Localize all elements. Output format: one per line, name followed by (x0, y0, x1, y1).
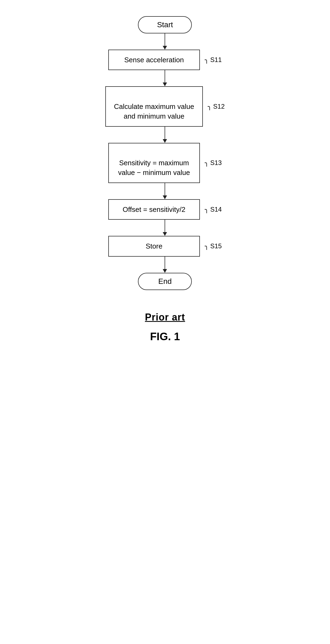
step-s11-text: Sense acceleration (124, 56, 184, 64)
end-shape: End (138, 273, 192, 290)
step-s14-shape: Offset = sensitivity/2 (108, 199, 200, 220)
s13-label-text: S13 (210, 159, 222, 166)
arrow-head-3 (163, 195, 167, 199)
start-label: Start (157, 20, 173, 29)
step-s11-label: ╮ S11 (205, 56, 222, 64)
tick-1: ╮ (208, 103, 211, 110)
arrow-5 (163, 257, 167, 273)
prior-art-section: Prior art FIG. 1 (145, 312, 185, 343)
s12-label-text: S12 (213, 103, 225, 110)
step-s12-text: Calculate maximum value and minimum valu… (114, 102, 194, 120)
step-s13-text: Sensitivity = maximum value − minimum va… (118, 159, 190, 177)
end-row: End (138, 273, 192, 290)
end-label: End (158, 277, 172, 285)
arrow-line-5 (165, 257, 165, 269)
arrow-head-5 (163, 269, 167, 273)
arrow-head-2 (163, 139, 167, 143)
arrow-line (165, 33, 165, 46)
step-s13-row: Sensitivity = maximum value − minimum va… (108, 143, 222, 183)
step-s12-row: Calculate maximum value and minimum valu… (105, 86, 225, 126)
step-s12-shape: Calculate maximum value and minimum valu… (105, 86, 203, 126)
arrow-0 (163, 33, 167, 50)
s11-label-text: S11 (210, 56, 222, 63)
step-s15-text: Store (146, 242, 162, 250)
arrow-2 (163, 127, 167, 143)
step-s15-label: ╮ S15 (205, 242, 222, 250)
tick-2: ╮ (205, 159, 209, 166)
arrow-head-4 (163, 232, 167, 236)
s15-label-text: S15 (210, 242, 222, 250)
step-s13-label: ╮ S13 (205, 159, 222, 167)
start-shape: Start (138, 16, 192, 33)
arrow-line-3 (165, 183, 165, 195)
arrow-line-1 (165, 70, 165, 82)
page: Start Sense acceleration ╮ S11 Cal (0, 0, 330, 644)
start-row: Start (138, 16, 192, 33)
arrow-head-1 (163, 82, 167, 86)
arrow-4 (163, 220, 167, 236)
step-s14-label: ╮ S14 (205, 206, 222, 213)
s14-label-text: S14 (210, 206, 222, 213)
step-s11-shape: Sense acceleration (108, 50, 200, 70)
step-s12-label: ╮ S12 (208, 103, 225, 110)
tick-4: ╮ (205, 242, 209, 250)
step-s15-shape: Store (108, 236, 200, 256)
step-s13-shape: Sensitivity = maximum value − minimum va… (108, 143, 200, 183)
arrow-1 (163, 70, 167, 86)
step-s14-row: Offset = sensitivity/2 ╮ S14 (108, 199, 222, 220)
step-s14-text: Offset = sensitivity/2 (123, 205, 185, 213)
flowchart: Start Sense acceleration ╮ S11 Cal (105, 16, 225, 290)
arrow-3 (163, 183, 167, 199)
fig-label: FIG. 1 (150, 330, 180, 343)
arrow-head (163, 46, 167, 50)
tick-3: ╮ (205, 206, 209, 213)
arrow-line-2 (165, 127, 165, 139)
arrow-line-4 (165, 220, 165, 232)
tick-0: ╮ (205, 56, 209, 63)
prior-art-label: Prior art (145, 312, 185, 323)
step-s11-row: Sense acceleration ╮ S11 (108, 50, 222, 70)
step-s15-row: Store ╮ S15 (108, 236, 222, 256)
